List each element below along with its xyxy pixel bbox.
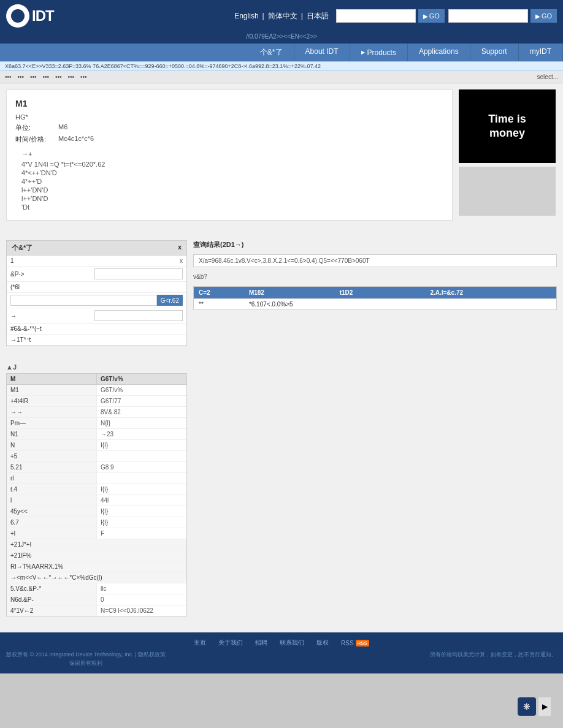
go-arrow-icon-2: ▶ <box>535 13 540 20</box>
search-box-1: ▶ GO <box>336 9 445 23</box>
filter-item-4[interactable]: ••• <box>43 74 50 80</box>
go-label-2: GO <box>542 12 552 20</box>
footer-copyright-line2: 保留所有权利 <box>6 659 166 668</box>
footer-link-about[interactable]: 关于我们 <box>218 639 243 647</box>
spec-value-21: N=C9 l<<0J6.l0622 <box>97 605 186 616</box>
filter-item-1[interactable]: ••• <box>5 74 12 80</box>
nav-item-applications[interactable]: Applications <box>408 44 470 61</box>
ad-text: Time is money <box>488 112 526 141</box>
breadcrumb: //0.079EA2>><<EN<<2>> <box>246 33 317 40</box>
spec-label-8: 5.21 <box>7 462 97 472</box>
product-list: →+ 4*V 1N4l =Q *t=t*<=020*.62 4*<++'DN'D… <box>15 150 443 211</box>
spec-label-10: t.4 <box>7 484 97 495</box>
search-input-2[interactable] <box>448 9 528 23</box>
spec-label-11: l <box>7 495 97 506</box>
filter-row-4: G<r.62 <box>7 293 186 308</box>
nav-english[interactable]: English <box>234 12 258 20</box>
filter-row-7: →1T*⁻t <box>7 335 186 346</box>
filter-bar: ••• ••• ••• ••• ••• ••• ••• select... <box>0 71 563 83</box>
filter-row-5-label: → <box>10 313 94 319</box>
go-arrow-icon-1: ▶ <box>423 13 428 20</box>
footer-right-text: 所有价格均以美元计算，如有变更，恕不另行通知。 <box>430 651 557 659</box>
search-go-button-2[interactable]: ▶ GO <box>530 9 557 23</box>
nav-item-about[interactable]: 个&*了 <box>249 44 294 61</box>
filter-item-7[interactable]: ••• <box>80 74 87 80</box>
spec-row-19: 5.V&c.&P-* llc <box>7 583 186 594</box>
nav-triangle-icon: ▶ <box>361 50 365 55</box>
filter-row-2-label: &P-> <box>10 271 94 278</box>
ad-small-box <box>459 167 556 216</box>
spec-value-10: I{I} <box>97 484 186 495</box>
spec-row-16: +21lF% <box>7 550 186 561</box>
spec-label: ▲J <box>6 363 557 371</box>
results-td-1-1: ** <box>194 299 244 309</box>
spec-label-18: →<m<<V←←*→←←*C×%dGc(l) <box>7 572 186 583</box>
ad-box[interactable]: Time is money <box>459 89 556 163</box>
product-panel: M1 HG* 单位: M6 时间/价格: Mc4c1c*c*6 →+ 4*V 1… <box>6 89 453 221</box>
nav-sep2: | <box>301 12 303 20</box>
filter-row-2-input[interactable] <box>94 268 183 279</box>
spec-row-5: N1 →23 <box>7 429 186 440</box>
header: IDT English | 简体中文 | 日本語 ▶ GO ▶ GO <box>0 0 563 32</box>
footer-spacer <box>0 620 563 632</box>
filter-panel-title: 个&*了 <box>12 243 33 252</box>
filter-item-3[interactable]: ••• <box>30 74 37 80</box>
product-list-item-3: 4*++'D <box>21 177 443 186</box>
logo-text: IDT <box>32 7 54 25</box>
filter-row-5: → <box>7 308 186 324</box>
spec-row-21: 4*1V←2 N=C9 l<<0J6.l0622 <box>7 605 186 616</box>
product-value-2: Mc4c1c*c*6 <box>58 135 94 144</box>
spec-value-6: I{I} <box>97 440 186 450</box>
ticker-text: X6a63.7<<E>>V333=2.63F=33.6% 76.A2E6867<… <box>5 63 321 69</box>
spec-value-3: 8V&.82 <box>97 407 186 417</box>
spec-label-4: Pm— <box>7 418 97 428</box>
nav-japanese[interactable]: 日本語 <box>307 11 329 21</box>
nav-item-products[interactable]: ▶ Products <box>350 44 408 61</box>
spec-label-14: +l <box>7 528 97 539</box>
sub-header: //0.079EA2>><<EN<<2>> <box>0 32 563 44</box>
filter-row-4-btn[interactable]: G<r.62 <box>157 295 183 306</box>
search-input-1[interactable] <box>336 9 416 23</box>
header-nav: English | 简体中文 | 日本語 <box>234 11 329 21</box>
spec-row-12: 45y<< I{I} <box>7 506 186 517</box>
nav-item-support[interactable]: Support <box>470 44 519 61</box>
spec-row-14: +l F <box>7 528 186 539</box>
filter-row-5-input[interactable] <box>94 310 183 321</box>
spec-label-21: 4*1V←2 <box>7 605 97 616</box>
filter-select[interactable]: select... <box>537 74 558 80</box>
filter-row-4-input[interactable] <box>10 295 157 306</box>
spec-value-1: G6T/v% <box>97 385 186 395</box>
spec-row-15: +21J*+l <box>7 539 186 550</box>
results-panel: 查询结果(2D1→) X/a=968.46c.1v8.V<c>.3.8.X.2.… <box>193 240 557 346</box>
spec-row-4: Pm— N{l} <box>7 418 186 429</box>
parametric-section: 个&*了 x 1 x &P-> (*6l G<r.62 → #6&-&-**(−… <box>0 237 563 350</box>
footer-link-careers[interactable]: 招聘 <box>255 639 267 647</box>
spec-label-13: 6.7 <box>7 517 97 528</box>
spec-label-3: →→ <box>7 407 97 417</box>
spec-header-col2: G6T/v% <box>97 374 186 384</box>
spec-label-9: rl <box>7 473 97 483</box>
nav-chinese[interactable]: 简体中文 <box>268 11 297 21</box>
filter-item-5[interactable]: ••• <box>55 74 62 80</box>
filter-item-2[interactable]: ••• <box>18 74 25 80</box>
product-subtitle: HG* <box>15 113 443 121</box>
spec-label-2: +4t4lR <box>7 396 97 406</box>
results-table: C=2 M182 t1D2 2.A.l=&c.72 ** *6.107<.0.0… <box>193 286 557 310</box>
search-go-button-1[interactable]: ▶ GO <box>418 9 445 23</box>
nav-item-myidt[interactable]: myIDT <box>519 44 563 61</box>
footer-link-privacy[interactable]: 版权 <box>316 639 329 647</box>
spec-header-col1: M <box>7 374 97 384</box>
rss-label: RSS <box>341 640 354 646</box>
footer-link-contact[interactable]: 联系我们 <box>280 639 304 647</box>
nav-item-about-idt[interactable]: About IDT <box>294 44 350 61</box>
filter-item-6[interactable]: ••• <box>68 74 75 80</box>
footer: 主页 关于我们 招聘 联系我们 版权 RSS RSS 版权所有 © 2014 I… <box>0 632 563 673</box>
results-table-header: C=2 M182 t1D2 2.A.l=&c.72 <box>194 287 556 298</box>
results-row-1[interactable]: ** *6.107<.0.0%>5 <box>194 298 556 309</box>
footer-link-home[interactable]: 主页 <box>194 639 206 647</box>
results-th-2: M182 <box>244 287 335 298</box>
footer-link-rss[interactable]: RSS RSS <box>341 639 369 647</box>
results-th-1: C=2 <box>194 287 244 298</box>
filter-clear-button[interactable]: x <box>178 243 182 252</box>
spec-row-3: →→ 8V&.82 <box>7 407 186 418</box>
